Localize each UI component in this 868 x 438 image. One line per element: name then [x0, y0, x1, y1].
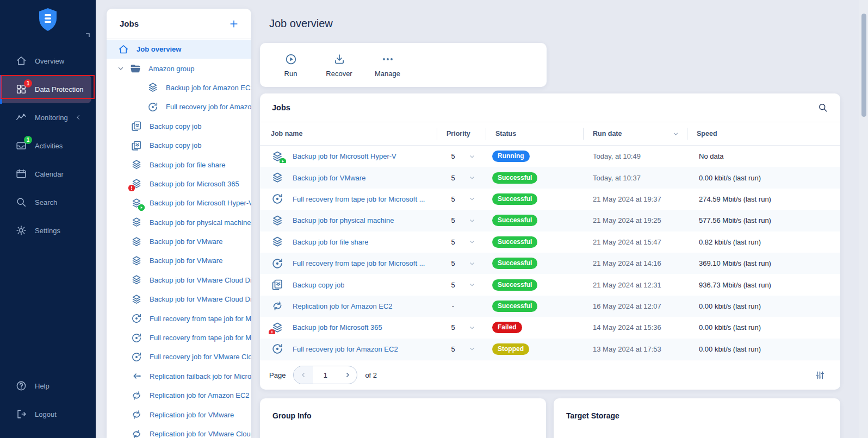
status-cell: Running [486, 151, 583, 162]
jobs-tree-item[interactable]: Replication failback job for Microsoft H… [107, 367, 251, 386]
status-badge: Successful [492, 215, 537, 226]
backup-icon [131, 255, 142, 267]
jobs-tree-item[interactable]: Backup job for Microsoft 365 [107, 174, 251, 193]
job-name-link[interactable]: Replication job for Amazon EC2 [293, 302, 393, 310]
current-page-input[interactable]: 1 [313, 371, 338, 379]
manage-button[interactable]: Manage [363, 43, 412, 87]
priority-dropdown-chevron-icon[interactable] [468, 217, 476, 224]
table-settings-sliders-icon[interactable] [815, 370, 825, 380]
sort-chevron-icon[interactable] [672, 130, 679, 137]
jobs-tree-item[interactable]: Replication job for Amazon EC2 [107, 386, 251, 405]
jobs-tree-item[interactable]: Backup job for Amazon EC2 [107, 78, 251, 97]
replication-icon [131, 390, 142, 402]
job-name-link[interactable]: Backup job for physical machine [293, 216, 394, 224]
priority-dropdown-chevron-icon[interactable] [468, 153, 476, 160]
inbox-icon: 1 [15, 140, 27, 152]
table-body: Backup job for Microsoft Hyper-V 5 Runni… [260, 146, 840, 360]
run-date-cell: 21 May 2024 at 12:31 [583, 281, 687, 289]
page-scrollbar-thumb[interactable] [861, 14, 866, 117]
run-button[interactable]: Run [266, 43, 315, 87]
add-job-button[interactable] [228, 18, 239, 29]
sidebar-item-data-protection[interactable]: 1 Data Protection [0, 75, 91, 103]
status-badge: Successful [492, 258, 537, 269]
priority-dropdown-chevron-icon[interactable] [468, 281, 476, 289]
jobs-tree-item[interactable]: Backup copy job [107, 117, 251, 136]
job-name-cell: Backup job for Microsoft Hyper-V [260, 150, 437, 163]
sidebar-item-activities[interactable]: 1 Activities [0, 132, 96, 160]
manage-icon [381, 53, 394, 66]
grid-icon: 1 [15, 83, 27, 95]
priority-dropdown-chevron-icon[interactable] [468, 260, 476, 267]
job-name-link[interactable]: Full recovery job for Amazon EC2 [293, 345, 398, 353]
jobs-tree-item[interactable]: Job overview [107, 40, 251, 59]
search-icon[interactable] [817, 102, 828, 113]
job-name-link[interactable]: Full recovery from tape job for Microsof… [293, 195, 425, 203]
jobs-tree-item[interactable]: Backup job for VMware [107, 232, 251, 251]
backup-icon [131, 197, 142, 209]
priority-dropdown-chevron-icon[interactable] [468, 345, 476, 353]
job-name-link[interactable]: Backup copy job [293, 281, 344, 289]
main-content: Job overview Run Recover Manage Jobs Job… [260, 0, 847, 438]
job-name-link[interactable]: Backup job for Microsoft 365 [293, 323, 382, 331]
jobs-tree-item[interactable]: Backup job for file share [107, 155, 251, 174]
job-name-link[interactable]: Backup job for VMware [293, 174, 365, 182]
next-page-button[interactable] [338, 366, 357, 384]
column-header-status[interactable]: Status [486, 122, 583, 145]
sidebar-item-overview[interactable]: Overview [0, 47, 96, 75]
page-scrollbar-track[interactable] [859, 0, 868, 438]
jobs-tree-item[interactable]: Full recovery from tape job for Microsof… [107, 309, 251, 328]
prev-page-button[interactable] [294, 366, 313, 384]
jobs-tree-item-label: Backup job for physical machine [150, 218, 251, 227]
sidebar-item-search[interactable]: Search [0, 188, 96, 216]
jobs-tree-item-label: Backup job for VMware [150, 237, 222, 246]
backup-icon [131, 274, 142, 286]
status-badge: Failed [492, 322, 522, 333]
jobs-tree-item[interactable]: Backup job for physical machine [107, 213, 251, 232]
table-row: Full recovery from tape job for Microsof… [260, 189, 840, 210]
jobs-tree-item[interactable]: Replication job for VMware [107, 405, 251, 424]
sidebar-item-calendar[interactable]: Calendar [0, 160, 96, 188]
recovery-icon [131, 351, 142, 363]
sidebar-item-settings[interactable]: Settings [0, 216, 96, 245]
priority-dropdown-chevron-icon[interactable] [468, 174, 476, 182]
priority-dropdown-chevron-icon[interactable] [468, 324, 476, 331]
priority-dropdown-chevron-icon[interactable] [468, 195, 476, 203]
jobs-tree-item[interactable]: Full recovery job for VMware Cloud Direc… [107, 347, 251, 366]
jobs-tree-item[interactable]: Full recovery job for Amazon EC2 [107, 97, 251, 116]
priority-cell: 5 [437, 152, 486, 160]
priority-cell: 5 [437, 323, 486, 331]
jobs-tree-item[interactable]: Full recovery from tape job for Microsof… [107, 328, 251, 347]
priority-cell: 5 [437, 238, 486, 246]
job-name-cell: Full recovery job for Amazon EC2 [260, 342, 437, 355]
jobs-tree-item[interactable]: Backup copy job [107, 136, 251, 155]
jobs-tree-item[interactable]: Backup job for VMware Cloud Director [107, 290, 251, 309]
sidebar-collapse-corner-icon[interactable] [85, 33, 90, 38]
column-header-speed[interactable]: Speed [687, 122, 840, 145]
backup-job-icon [271, 321, 284, 334]
recover-button[interactable]: Recover [315, 43, 363, 87]
column-header-run-date[interactable]: Run date [583, 122, 687, 145]
active-item-indicator [0, 75, 2, 104]
collapse-chevron-icon[interactable] [75, 114, 82, 121]
jobs-tree-item[interactable]: Backup job for VMware Cloud Director [107, 271, 251, 290]
jobs-tree-item[interactable]: Amazon group [107, 59, 251, 78]
jobs-tree-item[interactable]: Replication job for VMware Cloud Directo… [107, 424, 251, 438]
page-title: Job overview [269, 17, 333, 30]
sidebar-item-monitoring[interactable]: Monitoring [0, 103, 96, 132]
job-name-link[interactable]: Backup job for Microsoft Hyper-V [293, 152, 396, 160]
column-header-priority[interactable]: Priority [437, 122, 486, 145]
priority-value: 5 [444, 195, 462, 203]
sidebar-item-logout[interactable]: Logout [0, 400, 96, 428]
tree-expander-chevron-icon[interactable] [116, 64, 125, 73]
logout-icon [15, 408, 27, 420]
job-name-link[interactable]: Full recovery from tape job for Microsof… [293, 259, 425, 267]
home-icon [117, 43, 129, 55]
status-badge: Successful [492, 193, 537, 205]
job-name-link[interactable]: Backup job for file share [293, 238, 368, 246]
jobs-tree-item-label: Backup copy job [150, 141, 201, 149]
jobs-tree-item[interactable]: Backup job for Microsoft Hyper-V [107, 193, 251, 212]
column-header-job-name[interactable]: Job name [260, 122, 437, 145]
sidebar-item-help[interactable]: Help [0, 372, 96, 400]
priority-dropdown-chevron-icon[interactable] [468, 238, 476, 246]
jobs-tree-item[interactable]: Backup job for VMware [107, 251, 251, 270]
